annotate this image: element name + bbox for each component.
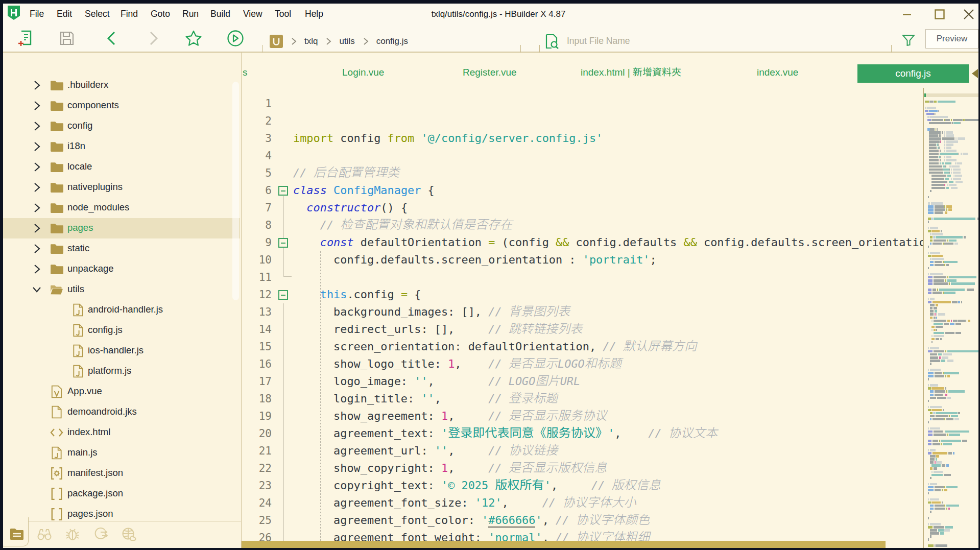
minimap-block [944, 394, 945, 396]
chevron-right-icon[interactable] [31, 161, 43, 173]
minimap-block [938, 144, 939, 146]
tree-item-utils[interactable]: utils [3, 279, 240, 300]
menu-build[interactable]: Build [210, 4, 230, 25]
breadcrumb-txlq[interactable]: txlq [304, 36, 318, 46]
minimap-block [946, 505, 959, 507]
tab-config-js-active[interactable]: config.js [857, 64, 969, 83]
close-button[interactable] [957, 4, 978, 25]
debug-tool-button[interactable] [65, 527, 80, 542]
run-button[interactable] [227, 30, 244, 47]
menu-find[interactable]: Find [121, 4, 138, 25]
tree-item-index-html[interactable]: index.html [3, 422, 240, 443]
chevron-right-icon[interactable] [31, 263, 43, 275]
files-tool-button[interactable] [9, 527, 25, 542]
globe-cloud-icon [122, 527, 137, 541]
fold-collapse-icon[interactable] [278, 290, 288, 300]
tab-scroll-left-icon[interactable] [972, 69, 978, 78]
sidebar-scrollbar[interactable] [232, 82, 239, 300]
chevron-right-icon[interactable] [31, 222, 43, 234]
minimap-block [963, 153, 968, 155]
minimap-block [944, 474, 951, 476]
menu-view[interactable]: View [243, 4, 262, 25]
menu-goto[interactable]: Goto [151, 4, 170, 25]
new-file-button[interactable] [17, 30, 35, 47]
tree-item-ios-handler-js[interactable]: ios-handler.js [3, 341, 240, 361]
tree-item-demoandroid-jks[interactable]: demoandroid.jks [3, 402, 240, 422]
tree-item-platform-js[interactable]: platform.js [3, 361, 240, 381]
minimap-block [934, 101, 937, 103]
tab-index-vue[interactable]: index.vue [757, 67, 798, 78]
tree-item-node_modules[interactable]: node_modules [3, 198, 240, 218]
tab-clipped[interactable]: s [243, 67, 248, 78]
minimap-block [930, 505, 934, 507]
save-button[interactable] [58, 30, 76, 47]
forward-button[interactable] [145, 30, 162, 47]
network-tool-button[interactable] [122, 527, 137, 542]
tree-item-config-js[interactable]: config.js [3, 320, 240, 341]
minimap-block [931, 119, 943, 122]
tree-item-package-json[interactable]: package.json [3, 484, 240, 504]
minimap-block [977, 218, 978, 220]
minimize-button[interactable] [895, 4, 919, 25]
code-editor[interactable]: 1234567891011121314151617181920212223242… [242, 88, 978, 548]
chevron-right-icon[interactable] [31, 140, 43, 153]
tree-item-manifest-json[interactable]: manifest.json [3, 463, 240, 484]
fold-collapse-icon[interactable] [278, 186, 288, 196]
chevron-right-icon[interactable] [31, 243, 43, 255]
tree-item-unpackage[interactable]: unpackage [3, 259, 240, 279]
preview-button[interactable]: Preview [925, 29, 978, 49]
favorite-button[interactable] [185, 30, 202, 47]
menu-run[interactable]: Run [182, 4, 199, 25]
minimap[interactable] [923, 88, 978, 548]
minimap-block [961, 153, 962, 155]
minimap-block [946, 159, 957, 161]
minimap-block [929, 150, 939, 152]
folder-icon [50, 201, 63, 214]
breadcrumb-utils[interactable]: utils [339, 36, 354, 46]
tab-index-html-[interactable]: index.html | 新增資料夾 [581, 67, 681, 78]
tree-item-components[interactable]: components [3, 95, 240, 116]
menu-select[interactable]: Select [85, 4, 110, 25]
menu-edit[interactable]: Edit [57, 4, 72, 25]
filter-button[interactable] [900, 32, 917, 49]
html-file-icon [50, 426, 63, 439]
minimap-block [929, 101, 934, 103]
minimap-block [933, 418, 944, 421]
horizontal-scrollbar-thumb[interactable] [242, 541, 886, 548]
fold-collapse-icon[interactable] [278, 238, 288, 248]
tree-item-pages[interactable]: pages [3, 218, 240, 238]
tree-item-pages-json[interactable]: pages.json [3, 504, 240, 521]
chevron-right-icon[interactable] [31, 120, 43, 132]
chevron-down-icon[interactable] [31, 283, 43, 296]
minimap-block [967, 289, 974, 291]
file-search-box[interactable]: Input File Name [539, 29, 892, 54]
menu-file[interactable]: File [30, 4, 44, 25]
tree-item-main-js[interactable]: main.js [3, 443, 240, 463]
tree-item--hbuilderx[interactable]: .hbuilderx [3, 75, 240, 95]
tab-Login-vue[interactable]: Login.vue [342, 67, 384, 78]
back-button[interactable] [103, 30, 121, 47]
chevron-right-icon[interactable] [31, 79, 43, 91]
tree-item-App-vue[interactable]: App.vue [3, 381, 240, 402]
breadcrumb-config-js[interactable]: config.js [376, 36, 408, 46]
code-line-7: constructor() { [293, 199, 408, 217]
tab-Register-vue[interactable]: Register.vue [463, 67, 517, 78]
tree-item-android-handler-js[interactable]: android-handler.js [3, 300, 240, 320]
tree-item-i18n[interactable]: i18n [3, 136, 240, 157]
minimap-block [935, 264, 944, 267]
tree-item-locale[interactable]: locale [3, 157, 240, 177]
minimap-viewport-band [924, 93, 978, 97]
menu-help[interactable]: Help [305, 4, 323, 25]
minimap-block [940, 153, 958, 155]
tree-item-config[interactable]: config [3, 116, 240, 136]
tree-item-nativeplugins[interactable]: nativeplugins [3, 177, 240, 198]
chevron-right-icon[interactable] [31, 181, 43, 194]
search-tool-button[interactable] [37, 527, 52, 542]
tree-item-static[interactable]: static [3, 238, 240, 259]
chevron-right-icon[interactable] [31, 202, 43, 214]
minimap-block [930, 347, 939, 350]
sync-tool-button[interactable] [93, 527, 109, 542]
chevron-right-icon[interactable] [31, 100, 43, 112]
maximize-button[interactable] [928, 4, 951, 25]
menu-tool[interactable]: Tool [275, 4, 291, 25]
